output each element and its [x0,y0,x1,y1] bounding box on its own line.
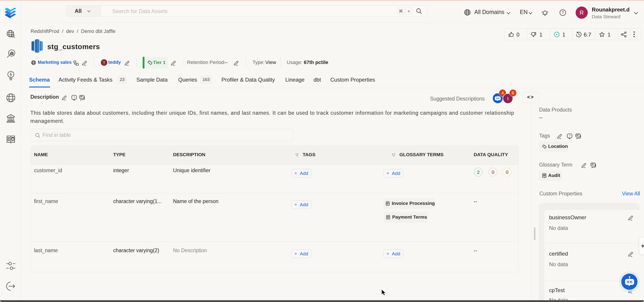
svg-text:?: ? [569,134,570,138]
svg-text:?: ? [73,96,75,99]
